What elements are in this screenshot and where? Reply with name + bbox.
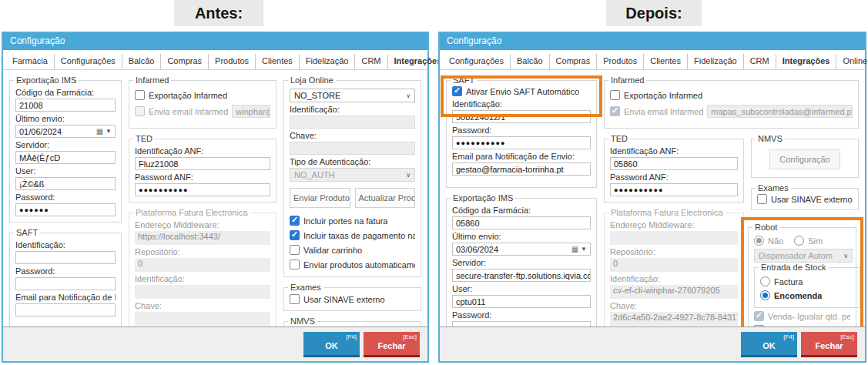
identificacao-anf-input[interactable]: Fluz21008: [135, 157, 270, 170]
date-value: 03/06/2024: [456, 245, 571, 254]
tab-crm[interactable]: CRM: [354, 54, 387, 69]
checkbox-icon[interactable]: [290, 260, 300, 270]
checkbox-label: Venda- Igualar qtd. pedida à qtd. satisf…: [768, 312, 850, 321]
saft-id-input[interactable]: 508224012/1: [452, 110, 591, 123]
tab-integracoes[interactable]: Integrações: [776, 54, 836, 69]
checkbox-label: Envia email Infarmed: [624, 107, 703, 116]
chave-value: 2d6c4a50-2ae2-4927-8c78-84317575d477: [610, 312, 738, 326]
saft-password-input[interactable]: ●●●●●●●●●●: [452, 136, 591, 149]
radio-encomenda[interactable]: Encomenda: [760, 290, 854, 300]
radio-sim[interactable]: Sim: [794, 236, 823, 246]
servidor-input[interactable]: MÀê(ÈƒcD: [15, 151, 116, 164]
saft-email-input[interactable]: [15, 303, 116, 316]
servidor-input[interactable]: secure-transfer-ftp.solutions.iqvia.com: [452, 269, 591, 282]
saft-password-input[interactable]: [15, 277, 116, 290]
chevron-down-icon[interactable]: ▼: [106, 128, 112, 135]
checkbox-label: Usar SINAVE externo: [771, 195, 853, 204]
tab-farmacia[interactable]: Farmácia: [6, 54, 54, 69]
ultimo-envio-datepicker[interactable]: 03/06/2024 ▦ ▼: [452, 243, 591, 256]
calendar-icon[interactable]: ▦: [96, 127, 103, 136]
password-input[interactable]: ●●●●●●: [15, 203, 116, 216]
checkbox-incluir-taxas[interactable]: Incluir taxas de pagamento na fatura: [290, 230, 415, 240]
tab-balcao[interactable]: Balcão: [510, 54, 549, 69]
infarmed-email-input: winphar@premiu: [232, 105, 270, 118]
checkbox-enviar-automaticamente[interactable]: Enviar produtos automaticamente: [290, 260, 415, 270]
user-input[interactable]: cptu011: [452, 295, 591, 308]
tab-produtos[interactable]: Produtos: [596, 54, 643, 69]
tab-fidelizacao[interactable]: Fidelização: [299, 54, 355, 69]
date-controls[interactable]: ▦ ▼: [571, 245, 587, 253]
password-anf-input[interactable]: ●●●●●●●●●●: [135, 183, 270, 196]
group-title: SAFT: [451, 75, 477, 85]
radio-icon[interactable]: [760, 290, 770, 300]
tab-crm[interactable]: CRM: [743, 54, 776, 69]
checkbox-icon: [754, 311, 764, 321]
tab-fidelizacao[interactable]: Fidelização: [687, 54, 743, 69]
checkbox-venda-igualar: Venda- Igualar qtd. pedida à qtd. satisf…: [754, 311, 850, 321]
saft-id-input[interactable]: [15, 251, 116, 264]
checkbox-exportacao-infarmed[interactable]: Exportação Infarmed: [135, 90, 270, 100]
checkbox-icon[interactable]: [290, 245, 300, 255]
checkbox-usar-sinave[interactable]: Usar SINAVE externo: [290, 294, 415, 304]
tab-produtos[interactable]: Produtos: [208, 54, 255, 69]
before-banner: Antes:: [174, 0, 263, 26]
date-controls[interactable]: ▦ ▼: [96, 127, 112, 136]
fechar-button[interactable]: [Esc] Fechar: [364, 332, 420, 357]
chevron-down-icon[interactable]: ▼: [581, 246, 587, 253]
tab-online[interactable]: Online: [836, 54, 868, 69]
saft-email-input[interactable]: gestao@farmacia-torrinha.pt: [452, 162, 591, 176]
checkbox-icon[interactable]: [610, 90, 620, 100]
checkbox-ativar-envio-saft[interactable]: Ativar Envio SAFT Automático: [452, 86, 591, 96]
checkbox-icon[interactable]: [452, 86, 462, 96]
checkbox-usar-sinave[interactable]: Usar SINAVE externo: [757, 194, 853, 204]
tab-clientes[interactable]: Clientes: [643, 54, 687, 69]
checkbox-icon[interactable]: [290, 230, 300, 240]
endereco-middleware-label: Endereço Middleware:: [135, 220, 270, 229]
identificacao-anf-input[interactable]: 05860: [610, 157, 738, 170]
checkbox-label: Enviar produtos automaticamente: [303, 260, 415, 270]
checkbox-icon[interactable]: [757, 194, 767, 204]
tab-clientes[interactable]: Clientes: [255, 54, 299, 69]
loja-online-select[interactable]: NO_STORE ∨: [290, 89, 415, 102]
group-title: NMVS: [756, 134, 785, 143]
radio-icon[interactable]: [794, 236, 804, 246]
radio-factura[interactable]: Factura: [760, 276, 854, 286]
after-banner: Depois:: [606, 0, 702, 26]
checkbox-validar-carrinho[interactable]: Validar carrinho: [290, 245, 415, 255]
checkbox-incluir-portes[interactable]: Incluir portes na fatura: [290, 216, 415, 226]
checkbox-exportacao-infarmed[interactable]: Exportação Infarmed: [610, 90, 853, 100]
tab-configuracoes[interactable]: Configurações: [54, 54, 122, 69]
checkbox-icon[interactable]: [290, 294, 300, 304]
saft-id-label: Identificação:: [452, 99, 591, 109]
codigo-farmacia-input[interactable]: 05860: [452, 216, 591, 229]
fechar-button[interactable]: [Esc] Fechar: [801, 332, 857, 357]
checkbox-icon[interactable]: [754, 325, 764, 326]
ultimo-envio-datepicker[interactable]: 01/06/2024 ▦ ▼: [15, 125, 116, 138]
tab-configuracoes[interactable]: Configurações: [443, 54, 510, 69]
checkbox-icon[interactable]: [135, 90, 145, 100]
radio-label: Sim: [808, 236, 823, 246]
ok-button[interactable]: [F4] OK: [741, 332, 797, 357]
group-nmvs: NMVS Configuração: [751, 134, 859, 178]
tab-balcao[interactable]: Balcão: [122, 54, 161, 69]
actualizar-produtos-button[interactable]: Actualizar Produtos: [355, 188, 416, 208]
ok-button[interactable]: [F4] OK: [303, 332, 360, 357]
tipo-autenticacao-select: NO_AUTH ∨: [290, 168, 415, 182]
nmvs-configuracao-button[interactable]: Configuração: [769, 149, 840, 169]
password-input[interactable]: ●●●●●●●●: [452, 321, 591, 326]
password-anf-input[interactable]: ●●●●●●●●●●: [610, 183, 738, 196]
codigo-farmacia-input[interactable]: 21008: [15, 99, 116, 112]
saft-password-label: Password:: [15, 266, 116, 276]
calendar-icon[interactable]: ▦: [571, 245, 578, 253]
button-label: OK: [741, 341, 797, 350]
user-input[interactable]: ¡Ż©&ß: [15, 177, 116, 190]
radio-icon[interactable]: [760, 276, 770, 286]
group-title: Plataforma Fatura Electronica: [133, 208, 250, 217]
tab-compras[interactable]: Compras: [549, 54, 597, 69]
tab-compras[interactable]: Compras: [160, 54, 208, 69]
chevron-down-icon: ∨: [406, 92, 411, 99]
chave-label: Chave:: [610, 301, 738, 310]
checkbox-icon[interactable]: [290, 216, 300, 226]
enviar-produtos-button[interactable]: Enviar Produtos: [290, 188, 350, 208]
saft-id-label: Identificação:: [15, 240, 116, 249]
